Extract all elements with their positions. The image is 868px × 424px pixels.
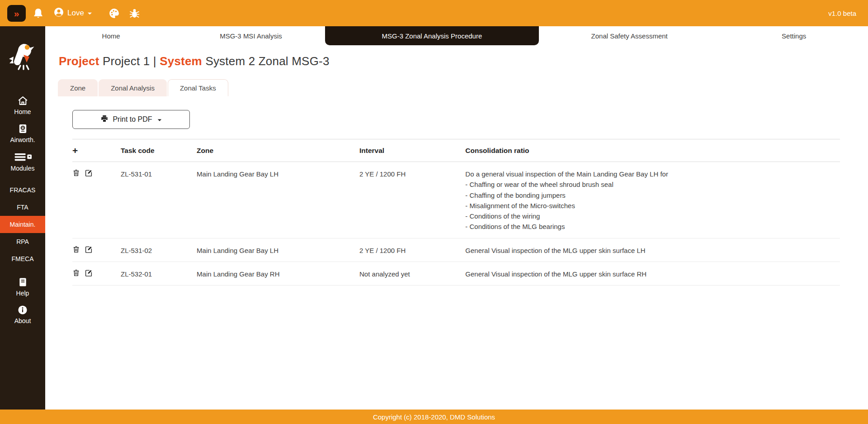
airworthiness-icon xyxy=(0,123,45,134)
sidebar-item-help[interactable]: Help xyxy=(0,273,45,301)
column-header-consolidation-ratio: Consolidation ratio xyxy=(465,139,840,162)
sidebar-item-label: Home xyxy=(0,108,45,115)
print-to-pdf-button[interactable]: Print to PDF xyxy=(72,110,190,129)
delete-task-button[interactable] xyxy=(72,269,80,277)
sidebar-item-label: FRACAS xyxy=(10,186,36,194)
info-circle-icon xyxy=(0,305,45,315)
nav-tab-zonal-safety-assessment[interactable]: Zonal Safety Assessment xyxy=(539,26,720,45)
top-nav: Home MSG-3 MSI Analysis MSG-3 Zonal Anal… xyxy=(45,26,868,45)
caret-down-icon xyxy=(87,9,92,17)
task-code-cell: ZL-531-02 xyxy=(121,238,197,262)
consolidation-ratio-cell: Do a general visual inspection of the Ma… xyxy=(465,162,840,238)
tab-zonal-analysis[interactable]: Zonal Analysis xyxy=(99,79,167,96)
sidebar-item-fmeca[interactable]: FMECA xyxy=(0,250,45,267)
column-header-task-code: Task code xyxy=(121,139,197,162)
zone-cell: Main Landing Gear Bay LH xyxy=(197,238,359,262)
modules-icon xyxy=(0,151,45,163)
sidebar-item-home[interactable]: Home xyxy=(0,91,45,119)
sidebar-item-label: RPA xyxy=(16,238,29,245)
bug-report-icon[interactable] xyxy=(129,8,140,19)
zone-cell: Main Landing Gear Bay LH xyxy=(197,162,359,238)
edit-task-button[interactable] xyxy=(85,269,93,277)
user-name: Love xyxy=(67,9,84,18)
consolidation-ratio-cell: General Visual inspection of the MLG upp… xyxy=(465,262,840,285)
task-code-cell: ZL-531-01 xyxy=(121,162,197,238)
zonal-tasks-table: + Task code Zone Interval Consolidation … xyxy=(72,139,840,286)
task-code-cell: ZL-532-01 xyxy=(121,262,197,285)
nav-tab-msg3-msi-analysis[interactable]: MSG-3 MSI Analysis xyxy=(177,26,325,45)
table-header-row: + Task code Zone Interval Consolidation … xyxy=(72,139,840,162)
printer-icon xyxy=(100,114,108,124)
interval-cell: 2 YE / 1200 FH xyxy=(359,162,465,238)
nav-tab-msg3-zonal-analysis-procedure[interactable]: MSG-3 Zonal Analysis Procedure xyxy=(325,26,539,45)
help-book-icon xyxy=(0,276,45,288)
sidebar-item-label: FTA xyxy=(17,204,28,211)
theme-palette-icon[interactable] xyxy=(108,8,120,19)
user-avatar-icon xyxy=(53,7,64,19)
edit-task-button[interactable] xyxy=(85,245,93,253)
sidebar-item-rpa[interactable]: RPA xyxy=(0,233,45,250)
main-content: Home MSG-3 MSI Analysis MSG-3 Zonal Anal… xyxy=(45,26,868,410)
caret-down-icon xyxy=(157,115,162,124)
home-icon xyxy=(0,95,45,106)
system-value: System 2 Zonal MSG-3 xyxy=(205,54,329,68)
table-row: ZL-531-02 Main Landing Gear Bay LH 2 YE … xyxy=(72,238,840,262)
zone-cell: Main Landing Gear Bay RH xyxy=(197,262,359,285)
app-version-label: v1.0 beta xyxy=(828,10,856,17)
column-header-zone: Zone xyxy=(197,139,359,162)
sidebar-item-label: Modules xyxy=(0,165,45,172)
system-label: System xyxy=(160,54,202,68)
title-separator: | xyxy=(153,54,156,68)
sidebar-item-label: FMECA xyxy=(12,255,34,262)
sidebar: Home Airworth. Modules FRACAS FTA xyxy=(0,26,45,410)
sidebar-item-label: Maintain. xyxy=(10,221,36,228)
sidebar-item-label: Airworth. xyxy=(0,136,45,143)
app-logo-bird-icon xyxy=(7,40,38,71)
sidebar-toggle-button[interactable]: » xyxy=(7,5,26,22)
tab-zonal-tasks[interactable]: Zonal Tasks xyxy=(168,79,228,96)
sidebar-item-about[interactable]: About xyxy=(0,301,45,329)
project-value: Project 1 xyxy=(103,54,150,68)
sidebar-item-fracas[interactable]: FRACAS xyxy=(0,181,45,199)
nav-tab-settings[interactable]: Settings xyxy=(720,26,868,45)
sidebar-menu: Home Airworth. Modules FRACAS FTA xyxy=(0,91,45,329)
notifications-bell-icon[interactable] xyxy=(33,8,44,19)
user-menu[interactable]: Love xyxy=(53,7,92,19)
double-chevron-right-icon: » xyxy=(14,6,19,21)
page-title: Project Project 1 | System System 2 Zona… xyxy=(59,54,868,68)
sidebar-item-label: Help xyxy=(0,290,45,297)
print-to-pdf-label: Print to PDF xyxy=(113,115,152,124)
interval-cell: Not analyzed yet xyxy=(359,262,465,285)
copyright-text: Copyright (c) 2018-2020, DMD Solutions xyxy=(373,413,495,421)
footer: Copyright (c) 2018-2020, DMD Solutions xyxy=(0,410,868,424)
top-bar: » Love v1.0 beta xyxy=(0,0,868,26)
project-label: Project xyxy=(59,54,99,68)
column-header-interval: Interval xyxy=(359,139,465,162)
tab-zone[interactable]: Zone xyxy=(58,79,98,96)
content-tabs: Zone Zonal Analysis Zonal Tasks xyxy=(58,79,868,96)
nav-tab-home[interactable]: Home xyxy=(45,26,177,45)
sidebar-item-airworthiness[interactable]: Airworth. xyxy=(0,119,45,148)
sidebar-item-label: About xyxy=(0,317,45,324)
interval-cell: 2 YE / 1200 FH xyxy=(359,238,465,262)
sidebar-item-maintain[interactable]: Maintain. xyxy=(0,216,45,233)
edit-task-button[interactable] xyxy=(85,169,93,177)
consolidation-ratio-cell: General Visual inspection of the MLG upp… xyxy=(465,238,840,262)
table-row: ZL-531-01 Main Landing Gear Bay LH 2 YE … xyxy=(72,162,840,238)
delete-task-button[interactable] xyxy=(72,245,80,253)
table-row: ZL-532-01 Main Landing Gear Bay RH Not a… xyxy=(72,262,840,285)
add-task-button[interactable]: + xyxy=(72,146,78,155)
sidebar-item-modules[interactable]: Modules xyxy=(0,148,45,176)
sidebar-item-fta[interactable]: FTA xyxy=(0,199,45,216)
delete-task-button[interactable] xyxy=(72,169,80,177)
